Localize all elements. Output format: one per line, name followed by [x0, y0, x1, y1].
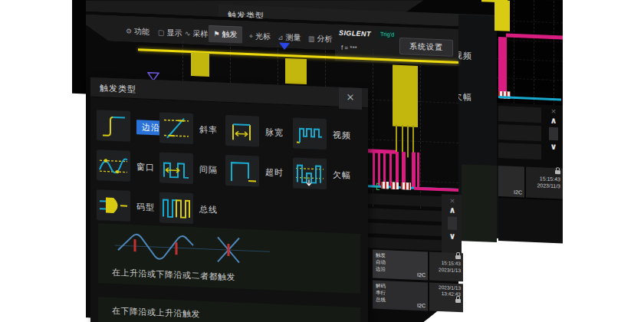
trigger-item-label: 脉宽: [265, 126, 284, 138]
magenta-spike: [378, 151, 380, 186]
decode-marker: [401, 182, 411, 190]
menu-item-measure[interactable]: ⊿ 测量: [278, 32, 301, 44]
video-trigger-icon: [293, 117, 327, 150]
yellow-burst-line: [407, 125, 409, 157]
decode-marker: [391, 182, 399, 189]
trigger-item-timeout[interactable]: 超时: [225, 155, 284, 188]
composite-screenshot: 触发类型 × 视频 欠幅 × ∧ ∨ I2C: [0, 0, 644, 322]
edge-trigger-illustration: [112, 227, 273, 270]
back-date: 2023/11/3: [537, 182, 560, 189]
menu-item-acquire[interactable]: ∿ 采样: [185, 28, 209, 40]
trigger-item-label: 窗口: [136, 161, 155, 173]
trigger-type-dialog: 触发类型 × 边沿 斜率 脉宽: [90, 77, 368, 322]
menu-label: 分析: [317, 34, 333, 45]
back-side-panel: × ∧ ∨: [497, 103, 563, 168]
grid-line: [420, 51, 421, 209]
back-scroll-column: × ∧ ∨: [545, 107, 562, 153]
date-readout: 2023/1/13: [439, 267, 461, 273]
back-clock-cell: 15:15:43 2023/11/3: [526, 167, 563, 199]
trigger-item-pulse-width[interactable]: 脉宽: [225, 115, 284, 148]
menu-label: 显示: [167, 28, 182, 39]
runt-trigger-icon: [293, 157, 327, 189]
trigger-item-label: 欠幅: [333, 169, 351, 181]
close-icon[interactable]: ×: [444, 196, 461, 205]
menu-label: 功能: [134, 26, 150, 38]
trigger-item-runt[interactable]: 欠幅: [293, 157, 351, 190]
back-time: 15:15:43: [540, 176, 560, 182]
panel-row[interactable]: [498, 124, 541, 141]
back-magenta-pulse: [498, 37, 507, 97]
time-readout: 15:15:43: [442, 261, 461, 267]
trigger-status-cell: 触发 自动 边沿 I2C: [373, 250, 428, 281]
display-icon: ▢: [158, 28, 165, 36]
trigger-item-video[interactable]: 视频: [293, 117, 351, 150]
edge-trigger-icon: [97, 110, 130, 142]
panel-row[interactable]: [498, 143, 541, 159]
menu-item-trigger[interactable]: ⚑ 触发: [209, 25, 242, 44]
measure-icon: ⊿: [278, 34, 284, 41]
trigger-position-marker[interactable]: [279, 43, 290, 51]
pulse-width-trigger-icon: [225, 115, 259, 147]
lock-icon: [455, 255, 461, 259]
interval-trigger-icon: [159, 152, 193, 184]
trigger-item-edge[interactable]: 边沿: [97, 110, 166, 143]
dialog-close-icon[interactable]: ×: [339, 87, 362, 110]
trigger-item-slope[interactable]: 斜率: [159, 112, 218, 145]
trigger-description-panel: 在上升沿或下降沿或二者都触发: [98, 223, 360, 294]
cursor-icon: ⌖: [249, 32, 253, 41]
front-scroll-column: × ∧ ∨: [444, 196, 461, 242]
scroll-up-icon[interactable]: ∧: [444, 205, 461, 215]
trigger-item-label: 视频: [333, 129, 351, 141]
menu-item-analysis[interactable]: ▥ 分析: [308, 33, 333, 44]
analysis-icon: ▥: [308, 34, 315, 42]
scroll-up-icon[interactable]: ∧: [545, 116, 562, 127]
status-descriptor-area: 触发 自动 边沿 I2C 15:15:43 2023/1/13 解码 串行 总线…: [373, 250, 463, 315]
decode-clock-cell: 2023/1/13 13:42:43: [429, 282, 463, 312]
gear-icon: ⚙: [126, 28, 132, 35]
bus-badge: I2C: [417, 303, 426, 308]
back-bottom-panel: [498, 198, 563, 243]
window-trigger-icon: [97, 150, 130, 182]
acquire-wave-icon: ∿: [185, 30, 191, 38]
close-icon[interactable]: ×: [545, 107, 562, 117]
timeout-trigger-icon: [225, 155, 259, 187]
scroll-down-icon[interactable]: ∨: [545, 142, 562, 153]
back-yellow-pulse: [495, 0, 510, 31]
yellow-pulse: [285, 58, 307, 84]
trigger-item-label: 码型: [136, 201, 155, 213]
menu-item-utility[interactable]: ⚙ 功能: [126, 26, 150, 38]
siglent-logo: SIGLENT: [339, 29, 371, 38]
trigger-item-bus[interactable]: 总线: [159, 192, 218, 225]
decode-status-box[interactable]: 解码 串行 总线 I2C 2023/1/13 13:42:43: [373, 281, 463, 313]
menu-item-cursors[interactable]: ⌖ 光标: [249, 31, 271, 42]
trigger-item-label: 超时: [265, 166, 284, 178]
scroll-down-icon[interactable]: ∨: [444, 231, 461, 242]
yellow-pulse: [191, 52, 209, 77]
trigger-item-pattern[interactable]: 码型: [97, 189, 155, 222]
next-trigger-description: 在下降沿或上升沿触发: [112, 305, 200, 320]
trigger-description: 在上升沿或下降沿或二者都触发: [112, 267, 235, 283]
bus-trigger-icon: [159, 192, 193, 224]
trigger-flag-icon: ⚑: [213, 30, 219, 38]
pattern-trigger-icon: [97, 189, 130, 222]
trigger-item-label: 斜率: [199, 123, 218, 136]
decode-status-cell: 解码 串行 总线 I2C: [373, 281, 428, 311]
trigger-item-window[interactable]: 窗口: [97, 150, 155, 182]
skewed-scene: 触发类型 × 视频 欠幅 × ∧ ∨ I2C: [0, 0, 644, 322]
bus-badge: I2C: [417, 272, 426, 278]
panel-row[interactable]: [498, 106, 541, 123]
menu-item-display[interactable]: ▢ 显示: [158, 27, 182, 38]
yellow-burst: [393, 65, 418, 127]
trigger-status-box[interactable]: 触发 自动 边沿 I2C 15:15:43 2023/1/13: [373, 250, 463, 282]
trigger-item-label: 间隔: [199, 163, 218, 176]
date-readout: 2023/1/13: [439, 284, 461, 291]
trigger-item-interval[interactable]: 间隔: [159, 152, 218, 185]
dialog-title: 触发类型: [100, 82, 136, 95]
magenta-spike: [412, 153, 416, 188]
clock-cell: 15:15:43 2023/1/13: [429, 251, 463, 281]
scrollbar-thumb[interactable]: [549, 127, 558, 140]
back-status-cell: I2C: [498, 166, 524, 197]
lock-icon: [555, 170, 560, 174]
scrollbar-thumb[interactable]: [448, 216, 457, 229]
back-status-box[interactable]: I2C 15:15:43 2023/11/3: [498, 166, 563, 199]
